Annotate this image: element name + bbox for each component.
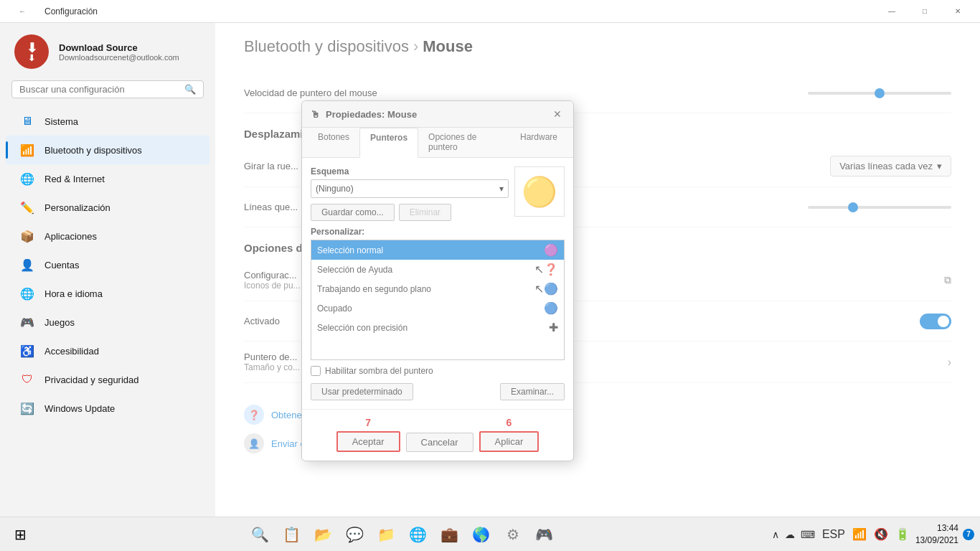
dialog-titlebar: 🖱 Propiedades: Mouse ✕	[302, 101, 573, 128]
scroll-lines-slider-wrap	[808, 206, 951, 209]
cursor-item-emoji: ↖❓	[534, 263, 558, 276]
dialog-mouse-icon: 🖱	[311, 109, 320, 120]
lang-indicator[interactable]: ESP	[821, 527, 847, 542]
sound-icon[interactable]: 🔇	[872, 526, 890, 542]
taskbar-explorer-icon[interactable]: 📁	[372, 520, 401, 549]
sidebar-item-personalizacion[interactable]: ✏️ Personalización	[6, 193, 209, 222]
dialog-body: Esquema (Ninguno) ▾ Guardar como... Elim…	[302, 158, 573, 409]
tab-opciones-puntero[interactable]: Opciones de puntero	[418, 128, 510, 158]
close-button[interactable]: ✕	[941, 0, 974, 23]
search-box[interactable]: 🔍	[11, 80, 204, 98]
shadow-label: Habilitar sombra del puntero	[325, 366, 433, 376]
sidebar-item-privacidad[interactable]: 🛡 Privacidad y seguridad	[6, 365, 209, 394]
tab-hardware[interactable]: Hardware	[510, 128, 567, 158]
taskbar-time[interactable]: 13:44 13/09/2021	[915, 522, 958, 547]
minimize-button[interactable]: —	[875, 0, 908, 23]
scroll-lines-slider[interactable]	[808, 206, 951, 209]
tray-keyboard-icon[interactable]: ⌨	[799, 527, 816, 542]
cursor-item-label: Selección con precisión	[317, 323, 407, 333]
shadow-checkbox[interactable]	[311, 366, 321, 376]
breadcrumb-link[interactable]: Bluetooth y dispositivos	[244, 37, 409, 56]
taskbar-chrome-icon[interactable]: 🌎	[467, 520, 496, 549]
windows-update-icon: 🔄	[20, 401, 34, 415]
puntero-sub: Tamaño y co...	[244, 362, 300, 372]
tab-punteros[interactable]: Punteros	[359, 128, 418, 158]
battery-icon[interactable]: 🔋	[894, 526, 911, 542]
cursor-item-ocupado[interactable]: Ocupado 🔵	[311, 298, 564, 318]
sidebar-item-juegos[interactable]: 🎮 Juegos	[6, 308, 209, 336]
cursor-item-label: Selección de Ayuda	[317, 265, 392, 275]
taskbar-search-icon[interactable]: 🔍	[246, 520, 275, 549]
wifi-icon[interactable]: 📶	[851, 526, 868, 542]
sidebar-item-red[interactable]: 🌐 Red & Internet	[6, 164, 209, 193]
taskbar-settings-icon[interactable]: ⚙	[499, 520, 527, 549]
titlebar: ← Configuración — □ ✕	[0, 0, 980, 23]
dialog-title: Propiedades: Mouse	[326, 109, 417, 120]
dialog-footer: 7 Aceptar Cancelar 6 Aplicar	[302, 409, 573, 461]
examinar-button[interactable]: Examinar...	[500, 383, 565, 400]
eliminar-button[interactable]: Eliminar	[399, 204, 451, 221]
tray-cloud-icon[interactable]: ☁	[783, 527, 796, 542]
sidebar-item-label: Cuentas	[44, 260, 79, 270]
taskbar-taskview-icon[interactable]: 📋	[278, 520, 306, 549]
tab-botones[interactable]: Botones	[308, 128, 359, 158]
sidebar-item-bluetooth[interactable]: 📶 Bluetooth y dispositivos	[6, 136, 209, 164]
taskbar-game-icon[interactable]: 🎮	[530, 520, 559, 549]
sidebar-item-hora[interactable]: 🌐 Hora e idioma	[6, 279, 209, 308]
cursor-item-seleccion-normal[interactable]: Selección normal 🟣	[311, 240, 564, 260]
activado-toggle[interactable]	[920, 314, 951, 329]
sidebar-item-accesibilidad[interactable]: ♿ Accesibilidad	[6, 336, 209, 365]
hora-icon: 🌐	[20, 286, 34, 301]
search-input[interactable]	[19, 84, 184, 95]
privacidad-icon: 🛡	[20, 372, 34, 387]
cursor-item-emoji: ✚	[549, 321, 558, 334]
sidebar-item-windows-update[interactable]: 🔄 Windows Update	[6, 394, 209, 423]
velocity-slider-wrap	[808, 92, 951, 95]
notification-badge[interactable]: 7	[963, 529, 974, 540]
date-display: 13/09/2021	[915, 534, 958, 547]
taskbar: ⊞ 🔍 📋 📂 💬 📁 🌐 💼 🌎 ⚙ 🎮 ∧ ☁ ⌨ ESP 📶 🔇 🔋 13…	[0, 517, 980, 551]
sidebar-item-label: Sistema	[44, 116, 78, 127]
guardar-como-button[interactable]: Guardar como...	[311, 204, 395, 221]
sidebar-item-sistema[interactable]: 🖥 Sistema	[6, 107, 209, 136]
dialog-tabs: Botones Punteros Opciones de puntero Har…	[302, 128, 573, 158]
scroll-direction-dropdown[interactable]: Varias líneas cada vez ▾	[830, 156, 951, 176]
tray-chevron-icon[interactable]: ∧	[771, 527, 781, 542]
cursor-item-precision[interactable]: Selección con precisión ✚	[311, 318, 564, 337]
esquema-buttons: Guardar como... Eliminar	[311, 204, 509, 221]
aplicar-button[interactable]: Aplicar	[479, 431, 540, 452]
bottom-buttons: Usar predeterminado Examinar...	[311, 383, 565, 400]
cursor-item-label: Ocupado	[317, 303, 352, 314]
cursor-item-seleccion-ayuda[interactable]: Selección de Ayuda ↖❓	[311, 260, 564, 279]
mouse-properties-dialog: 🖱 Propiedades: Mouse ✕ Botones Punteros …	[301, 100, 574, 461]
sistema-icon: 🖥	[20, 114, 34, 128]
taskbar-office-icon[interactable]: 💼	[435, 520, 464, 549]
sidebar-item-aplicaciones[interactable]: 📦 Aplicaciones	[6, 222, 209, 250]
step-aceptar-label: 7	[365, 417, 371, 428]
config-external-icon: ⧉	[944, 274, 951, 286]
cursor-item-trabajando[interactable]: Trabajando en segundo plano ↖🔵	[311, 279, 564, 298]
aceptar-button[interactable]: Aceptar	[336, 431, 400, 452]
esquema-select[interactable]: (Ninguno) ▾	[311, 179, 509, 198]
sidebar-item-label: Juegos	[44, 317, 75, 328]
esquema-label: Esquema	[311, 166, 509, 176]
cursor-item-emoji: 🟣	[544, 243, 558, 257]
cancelar-button[interactable]: Cancelar	[406, 433, 473, 452]
cursor-list: Selección normal 🟣 Selección de Ayuda ↖❓…	[311, 240, 565, 360]
taskbar-chat-icon[interactable]: 💬	[341, 520, 369, 549]
back-button[interactable]: ←	[6, 0, 39, 23]
sidebar-item-cuentas[interactable]: 👤 Cuentas	[6, 250, 209, 279]
sidebar-item-label: Windows Update	[44, 403, 115, 414]
dialog-close-button[interactable]: ✕	[550, 107, 565, 121]
taskbar-edge-icon[interactable]: 🌐	[404, 520, 433, 549]
usar-predeterminado-button[interactable]: Usar predeterminado	[311, 383, 413, 400]
taskbar-store-icon[interactable]: 📂	[309, 520, 338, 549]
puntero-label: Puntero de...	[244, 352, 300, 362]
cursor-item-emoji: ↖🔵	[534, 282, 558, 296]
cursor-item-label: Trabajando en segundo plano	[317, 284, 431, 294]
taskbar-start-icon[interactable]: ⊞	[6, 520, 34, 549]
sidebar-item-label: Personalización	[44, 202, 110, 213]
maximize-button[interactable]: □	[908, 0, 941, 23]
cursor-item-emoji: 🔵	[544, 301, 558, 315]
velocity-slider[interactable]	[808, 92, 951, 95]
